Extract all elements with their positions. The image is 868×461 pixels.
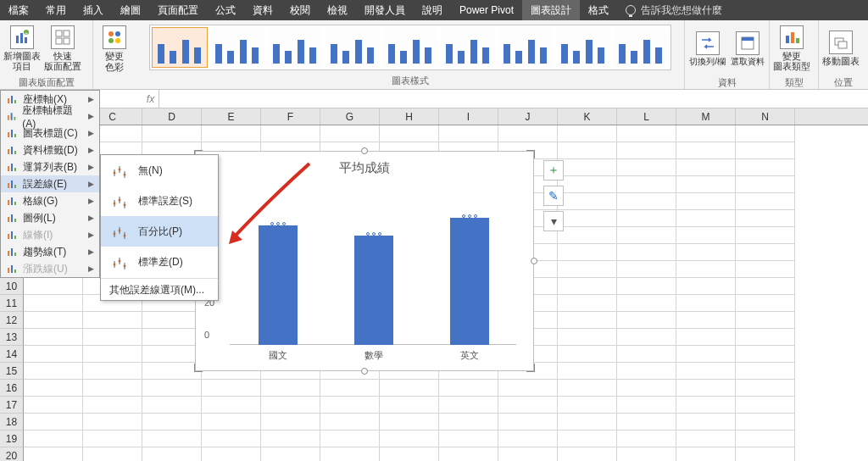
cell[interactable] [558,363,617,380]
cell[interactable] [676,363,736,380]
column-header-F[interactable]: F [261,108,320,125]
cell[interactable] [24,414,83,430]
cell[interactable] [142,397,202,414]
chart-bar[interactable] [354,236,393,345]
column-header-J[interactable]: J [498,108,558,125]
cell[interactable] [380,414,439,430]
change-colors-button[interactable]: 變更 色彩 [97,23,132,75]
move-chart-button[interactable]: 移動圖表 [822,22,860,75]
more-error-bar-options[interactable]: 其他誤差線選項(M)... [101,280,218,300]
cell[interactable] [83,329,142,346]
cell[interactable] [202,447,261,461]
cell[interactable] [320,430,380,447]
chart-element-item[interactable]: 資料標籤(D)▶ [1,142,99,158]
row-header-10[interactable]: 10 [0,278,24,295]
cell[interactable] [24,278,83,295]
cell[interactable] [24,346,83,363]
chart-style-3[interactable] [267,27,323,68]
cell[interactable] [736,329,795,346]
chart-style-5[interactable] [382,27,438,68]
cell[interactable] [558,210,617,227]
cell[interactable] [736,159,795,176]
cell[interactable] [617,380,676,397]
cell[interactable] [83,363,142,380]
cell[interactable] [202,430,261,447]
row-header-16[interactable]: 16 [0,380,24,397]
row-header-17[interactable]: 17 [0,397,24,414]
cell[interactable] [498,430,558,447]
cell[interactable] [83,397,142,414]
cell[interactable] [736,278,795,295]
cell[interactable] [558,244,617,261]
cell[interactable] [676,329,736,346]
cell[interactable] [558,329,617,346]
chart-plot-area[interactable]: 200國文數學英文 [230,186,516,345]
cell[interactable] [439,447,498,461]
tab-page-layout[interactable]: 頁面配置 [149,0,207,20]
cell[interactable] [676,125,736,142]
chart-styles-brush-button[interactable]: ✎ [543,186,564,206]
chart-style-2[interactable] [209,27,265,68]
cell[interactable] [736,244,795,261]
cell[interactable] [676,380,736,397]
cell[interactable] [676,210,736,227]
row-header-18[interactable]: 18 [0,414,24,430]
cell[interactable] [439,414,498,430]
column-header-L[interactable]: L [617,108,676,125]
tab-power-pivot[interactable]: Power Pivot [451,0,522,20]
cell[interactable] [558,176,617,193]
cell[interactable] [736,142,795,159]
cell[interactable] [617,329,676,346]
cell[interactable] [83,430,142,447]
cell[interactable] [676,193,736,210]
tab-data[interactable]: 資料 [244,0,281,20]
cell[interactable] [676,142,736,159]
chart-element-item[interactable]: 運算列表(B)▶ [1,158,99,175]
chart-title[interactable]: 平均成績 [196,152,533,180]
cell[interactable] [261,397,320,414]
cell[interactable] [676,261,736,278]
cell[interactable] [202,125,261,142]
cell[interactable] [558,125,617,142]
cell[interactable] [736,261,795,278]
resize-handle-br[interactable] [526,364,535,372]
switch-row-column-button[interactable]: 切換列/欄 [688,22,726,75]
cell[interactable] [498,414,558,430]
chart-element-item[interactable]: 誤差線(E)▶ [1,175,99,192]
formula-input[interactable] [159,90,868,108]
cell[interactable] [24,363,83,380]
cell[interactable] [320,397,380,414]
chart-styles-gallery[interactable] [149,25,671,70]
cell[interactable] [142,380,202,397]
cell[interactable] [617,176,676,193]
resize-handle-right[interactable] [531,258,537,264]
cell[interactable] [676,176,736,193]
cell[interactable] [558,261,617,278]
cell[interactable] [142,414,202,430]
tab-insert[interactable]: 插入 [75,0,112,20]
cell[interactable] [24,312,83,329]
chart-style-7[interactable] [498,27,554,68]
cell[interactable] [676,312,736,329]
chart-style-4[interactable] [325,27,381,68]
cell[interactable] [736,210,795,227]
cell[interactable] [736,380,795,397]
column-headers[interactable]: BCDEFGHIJKLMN [24,108,868,125]
column-header-M[interactable]: M [676,108,736,125]
cell[interactable] [261,430,320,447]
add-chart-element-button[interactable]: + 新增圖表 項目 [3,22,41,75]
cell[interactable] [736,363,795,380]
cell[interactable] [736,227,795,244]
chart-element-item[interactable]: 圖表標題(C)▶ [1,125,99,142]
cell[interactable] [439,380,498,397]
row-header-20[interactable]: 20 [0,447,24,461]
cell[interactable] [558,312,617,329]
cell[interactable] [320,380,380,397]
cell[interactable] [617,278,676,295]
error-bar-option[interactable]: 標準差(D) [101,247,218,277]
cell[interactable] [617,227,676,244]
cell[interactable] [498,380,558,397]
column-header-G[interactable]: G [320,108,380,125]
chart-element-item[interactable]: 座標軸標題(A)▶ [1,108,99,125]
row-header-15[interactable]: 15 [0,363,24,380]
